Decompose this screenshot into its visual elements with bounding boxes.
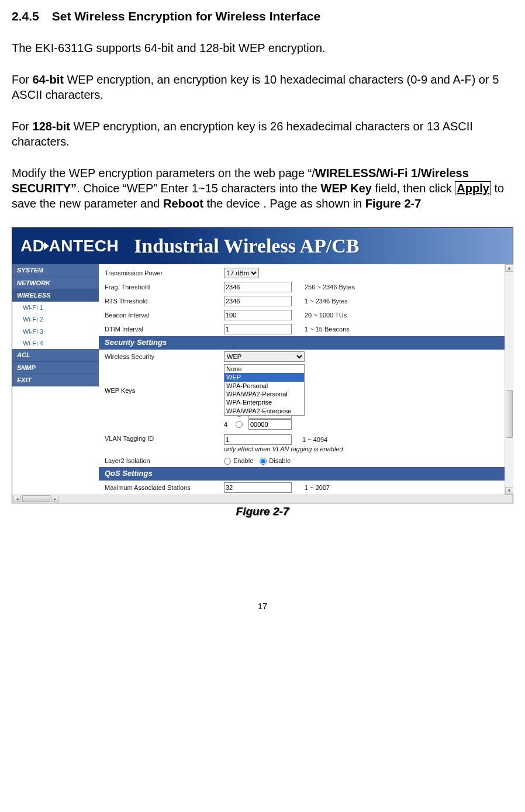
label-dtim: DTIM Interval bbox=[99, 325, 224, 333]
paragraph-1: The EKI-6311G supports 64-bit and 128-bi… bbox=[12, 40, 513, 56]
page-number: 17 bbox=[12, 600, 513, 612]
horizontal-scrollbar[interactable]: ◄ ► bbox=[12, 495, 513, 503]
sidebar-sub-wifi1[interactable]: Wi-Fi 1 bbox=[12, 302, 99, 313]
hint-rts: 1 ~ 2346 Bytes bbox=[305, 297, 348, 305]
label-l2iso: Layer2 Isolation bbox=[99, 457, 224, 465]
dropdown-option-wpa-personal[interactable]: WPA-Personal bbox=[224, 382, 304, 390]
scroll-track[interactable] bbox=[505, 272, 513, 486]
figure-2-7: ADANTECH Industrial Wireless AP/CB SYSTE… bbox=[12, 227, 513, 503]
sidebar-sub-wifi4[interactable]: Wi-Fi 4 bbox=[12, 337, 99, 349]
logo-triangle-icon bbox=[44, 242, 49, 250]
label-enable: Enable bbox=[233, 457, 253, 465]
input-dtim[interactable] bbox=[224, 324, 292, 334]
sidebar-item-system[interactable]: SYSTEM bbox=[12, 264, 99, 277]
advantech-logo: ADANTECH bbox=[20, 236, 119, 257]
label-rts: RTS Threshold bbox=[99, 297, 224, 305]
input-frag[interactable] bbox=[224, 282, 292, 292]
sidebar-item-wireless[interactable]: WIRELESS bbox=[12, 289, 99, 302]
label-disable: Disable bbox=[269, 457, 291, 465]
dropdown-option-wep[interactable]: WEP bbox=[224, 373, 304, 381]
row-wep-keys: WEP Keys None WEP WPA-Personal WPA/WPA2-… bbox=[99, 364, 513, 430]
label-wep-keys: WEP Keys bbox=[99, 365, 224, 395]
figure-caption: Figure 2-7 bbox=[12, 505, 513, 519]
sidebar: SYSTEM NETWORK WIRELESS Wi-Fi 1 Wi-Fi 2 … bbox=[12, 264, 99, 494]
sidebar-item-snmp[interactable]: SNMP bbox=[12, 362, 99, 374]
paragraph-2: For 64-bit WEP encryption, an encryption… bbox=[12, 72, 513, 102]
wep-key-input-4[interactable] bbox=[248, 419, 292, 430]
label-frag: Frag. Threshold bbox=[99, 283, 224, 291]
section-heading: 2.4.5Set Wireless Encryption for Wireles… bbox=[12, 8, 513, 24]
row-frag: Frag. Threshold 256 ~ 2346 Bytes bbox=[99, 280, 513, 294]
section-security: Security Settings bbox=[99, 336, 510, 350]
banner-title: Industrial Wireless AP/CB bbox=[134, 233, 359, 259]
dropdown-option-wpa-wpa2-personal[interactable]: WPA/WPA2-Personal bbox=[224, 390, 304, 398]
sidebar-item-acl[interactable]: ACL bbox=[12, 349, 99, 361]
wep-key-radio-4[interactable] bbox=[236, 421, 243, 428]
sidebar-item-network[interactable]: NETWORK bbox=[12, 277, 99, 289]
section-qos: QoS Settings bbox=[99, 467, 510, 481]
row-l2iso: Layer2 Isolation Enable Disable bbox=[99, 455, 513, 467]
row-tx-power: Transmission Power 17 dBm bbox=[99, 266, 513, 280]
row-beacon: Beacon Interval 20 ~ 1000 TUs bbox=[99, 308, 513, 322]
row-rts: RTS Threshold 1 ~ 2346 Bytes bbox=[99, 294, 513, 308]
input-max-assoc[interactable] bbox=[224, 482, 292, 493]
section-number: 2.4.5 bbox=[12, 8, 39, 24]
wep-key-index-4: 4 bbox=[224, 420, 230, 429]
paragraph-4: Modify the WEP encryption parameters on … bbox=[12, 165, 513, 211]
scroll-thumb-h[interactable] bbox=[22, 495, 50, 502]
scroll-right-icon[interactable]: ► bbox=[51, 496, 59, 502]
hint-beacon: 20 ~ 1000 TUs bbox=[305, 311, 347, 319]
input-rts[interactable] bbox=[224, 296, 292, 306]
app-banner: ADANTECH Industrial Wireless AP/CB bbox=[12, 228, 513, 264]
hint-frag: 256 ~ 2346 Bytes bbox=[305, 283, 355, 291]
label-max-assoc: Maximum Associated Stations bbox=[99, 483, 224, 492]
row-vlan: VLAN Tagging ID 1 ~ 4094 only effect whe… bbox=[99, 430, 513, 455]
select-wireless-security[interactable]: WEP bbox=[224, 351, 305, 362]
row-wireless-security: Wireless Security WEP bbox=[99, 350, 513, 364]
scroll-up-icon[interactable]: ▲ bbox=[505, 264, 513, 272]
label-beacon: Beacon Interval bbox=[99, 311, 224, 319]
scroll-down-icon[interactable]: ▼ bbox=[505, 487, 513, 495]
wep-key-row-4: 4 bbox=[224, 419, 292, 430]
dropdown-option-wpa-enterprise[interactable]: WPA-Enterprise bbox=[224, 398, 304, 406]
main-panel: Transmission Power 17 dBm Frag. Threshol… bbox=[99, 264, 513, 494]
sidebar-sub-wifi3[interactable]: Wi-Fi 3 bbox=[12, 326, 99, 337]
label-tx-power: Transmission Power bbox=[99, 269, 224, 277]
row-max-assoc: Maximum Associated Stations 1 ~ 2007 bbox=[99, 481, 513, 495]
scroll-left-icon[interactable]: ◄ bbox=[13, 496, 21, 502]
label-vlan: VLAN Tagging ID bbox=[99, 434, 224, 443]
section-title: Set Wireless Encryption for Wireless Int… bbox=[52, 9, 320, 23]
input-beacon[interactable] bbox=[224, 310, 292, 320]
paragraph-3: For 128-bit WEP encryption, an encryptio… bbox=[12, 119, 513, 149]
sidebar-sub-wifi2[interactable]: Wi-Fi 2 bbox=[12, 313, 99, 325]
dropdown-wireless-security[interactable]: None WEP WPA-Personal WPA/WPA2-Personal … bbox=[224, 364, 305, 416]
scroll-thumb[interactable] bbox=[506, 390, 513, 438]
hint-max-assoc: 1 ~ 2007 bbox=[305, 483, 330, 492]
note-vlan: only effect when VLAN tagging is enabled bbox=[224, 445, 343, 453]
hint-dtim: 1 ~ 15 Beacons bbox=[305, 325, 350, 333]
radio-l2iso-enable[interactable] bbox=[224, 458, 231, 465]
sidebar-item-exit[interactable]: EXIT bbox=[12, 374, 99, 386]
apply-button-ref: Apply bbox=[455, 181, 491, 195]
dropdown-option-wpa-wpa2-enterprise[interactable]: WPA/WPA2-Enterprise bbox=[224, 407, 304, 415]
input-vlan[interactable] bbox=[224, 434, 292, 445]
select-tx-power[interactable]: 17 dBm bbox=[224, 268, 259, 278]
radio-l2iso-disable[interactable] bbox=[260, 458, 267, 465]
hint-vlan: 1 ~ 4094 bbox=[302, 436, 327, 444]
dropdown-option-none[interactable]: None bbox=[224, 365, 304, 373]
label-wireless-security: Wireless Security bbox=[99, 353, 224, 361]
vertical-scrollbar[interactable]: ▲ ▼ bbox=[505, 264, 513, 494]
row-dtim: DTIM Interval 1 ~ 15 Beacons bbox=[99, 322, 513, 336]
